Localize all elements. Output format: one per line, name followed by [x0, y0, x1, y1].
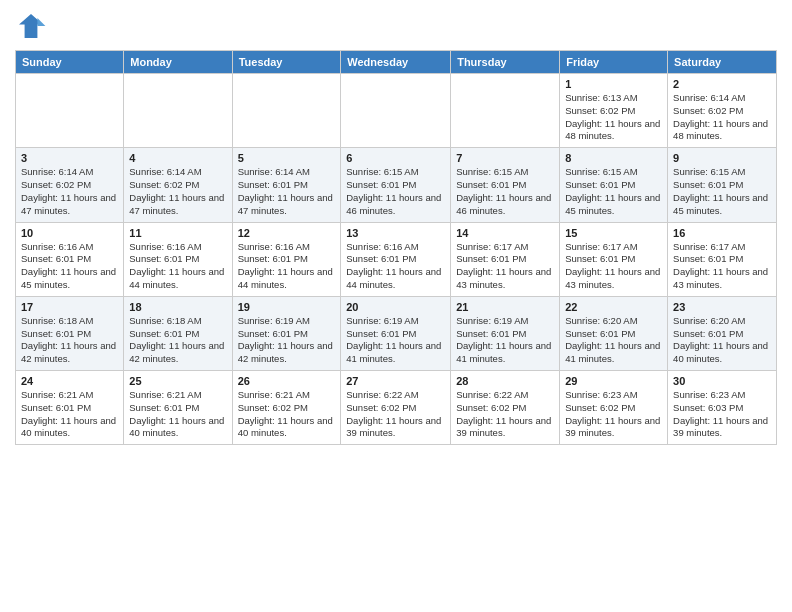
day-info: Sunrise: 6:16 AM Sunset: 6:01 PM Dayligh… — [346, 241, 445, 292]
calendar-cell: 2Sunrise: 6:14 AM Sunset: 6:02 PM Daylig… — [668, 74, 777, 148]
calendar-cell: 13Sunrise: 6:16 AM Sunset: 6:01 PM Dayli… — [341, 222, 451, 296]
logo — [15, 10, 51, 42]
calendar-cell: 4Sunrise: 6:14 AM Sunset: 6:02 PM Daylig… — [124, 148, 232, 222]
day-number: 4 — [129, 152, 226, 164]
day-number: 1 — [565, 78, 662, 90]
day-number: 28 — [456, 375, 554, 387]
calendar-cell: 30Sunrise: 6:23 AM Sunset: 6:03 PM Dayli… — [668, 371, 777, 445]
day-number: 7 — [456, 152, 554, 164]
col-header-friday: Friday — [560, 51, 668, 74]
calendar-cell: 18Sunrise: 6:18 AM Sunset: 6:01 PM Dayli… — [124, 296, 232, 370]
calendar: SundayMondayTuesdayWednesdayThursdayFrid… — [15, 50, 777, 445]
day-info: Sunrise: 6:18 AM Sunset: 6:01 PM Dayligh… — [129, 315, 226, 366]
day-number: 27 — [346, 375, 445, 387]
calendar-cell: 23Sunrise: 6:20 AM Sunset: 6:01 PM Dayli… — [668, 296, 777, 370]
day-info: Sunrise: 6:23 AM Sunset: 6:02 PM Dayligh… — [565, 389, 662, 440]
calendar-cell: 29Sunrise: 6:23 AM Sunset: 6:02 PM Dayli… — [560, 371, 668, 445]
calendar-cell — [341, 74, 451, 148]
day-number: 17 — [21, 301, 118, 313]
day-number: 8 — [565, 152, 662, 164]
calendar-cell: 6Sunrise: 6:15 AM Sunset: 6:01 PM Daylig… — [341, 148, 451, 222]
day-number: 29 — [565, 375, 662, 387]
day-number: 6 — [346, 152, 445, 164]
calendar-cell: 11Sunrise: 6:16 AM Sunset: 6:01 PM Dayli… — [124, 222, 232, 296]
header — [15, 10, 777, 42]
calendar-header-row: SundayMondayTuesdayWednesdayThursdayFrid… — [16, 51, 777, 74]
day-number: 15 — [565, 227, 662, 239]
calendar-cell: 17Sunrise: 6:18 AM Sunset: 6:01 PM Dayli… — [16, 296, 124, 370]
day-number: 26 — [238, 375, 336, 387]
day-info: Sunrise: 6:14 AM Sunset: 6:02 PM Dayligh… — [129, 166, 226, 217]
day-info: Sunrise: 6:14 AM Sunset: 6:02 PM Dayligh… — [21, 166, 118, 217]
day-number: 21 — [456, 301, 554, 313]
day-number: 2 — [673, 78, 771, 90]
calendar-cell: 1Sunrise: 6:13 AM Sunset: 6:02 PM Daylig… — [560, 74, 668, 148]
day-number: 22 — [565, 301, 662, 313]
day-number: 9 — [673, 152, 771, 164]
calendar-cell — [16, 74, 124, 148]
day-info: Sunrise: 6:20 AM Sunset: 6:01 PM Dayligh… — [673, 315, 771, 366]
col-header-sunday: Sunday — [16, 51, 124, 74]
calendar-week-5: 24Sunrise: 6:21 AM Sunset: 6:01 PM Dayli… — [16, 371, 777, 445]
day-info: Sunrise: 6:15 AM Sunset: 6:01 PM Dayligh… — [565, 166, 662, 217]
day-info: Sunrise: 6:14 AM Sunset: 6:01 PM Dayligh… — [238, 166, 336, 217]
calendar-week-1: 1Sunrise: 6:13 AM Sunset: 6:02 PM Daylig… — [16, 74, 777, 148]
calendar-cell: 3Sunrise: 6:14 AM Sunset: 6:02 PM Daylig… — [16, 148, 124, 222]
calendar-week-4: 17Sunrise: 6:18 AM Sunset: 6:01 PM Dayli… — [16, 296, 777, 370]
logo-icon — [15, 10, 47, 42]
day-number: 25 — [129, 375, 226, 387]
calendar-cell: 20Sunrise: 6:19 AM Sunset: 6:01 PM Dayli… — [341, 296, 451, 370]
day-number: 14 — [456, 227, 554, 239]
day-info: Sunrise: 6:21 AM Sunset: 6:01 PM Dayligh… — [21, 389, 118, 440]
calendar-cell: 19Sunrise: 6:19 AM Sunset: 6:01 PM Dayli… — [232, 296, 341, 370]
day-info: Sunrise: 6:15 AM Sunset: 6:01 PM Dayligh… — [346, 166, 445, 217]
day-number: 3 — [21, 152, 118, 164]
calendar-cell: 9Sunrise: 6:15 AM Sunset: 6:01 PM Daylig… — [668, 148, 777, 222]
day-info: Sunrise: 6:17 AM Sunset: 6:01 PM Dayligh… — [673, 241, 771, 292]
calendar-cell: 27Sunrise: 6:22 AM Sunset: 6:02 PM Dayli… — [341, 371, 451, 445]
day-number: 16 — [673, 227, 771, 239]
day-info: Sunrise: 6:15 AM Sunset: 6:01 PM Dayligh… — [456, 166, 554, 217]
col-header-wednesday: Wednesday — [341, 51, 451, 74]
calendar-cell: 28Sunrise: 6:22 AM Sunset: 6:02 PM Dayli… — [451, 371, 560, 445]
calendar-week-3: 10Sunrise: 6:16 AM Sunset: 6:01 PM Dayli… — [16, 222, 777, 296]
day-info: Sunrise: 6:22 AM Sunset: 6:02 PM Dayligh… — [456, 389, 554, 440]
calendar-cell: 8Sunrise: 6:15 AM Sunset: 6:01 PM Daylig… — [560, 148, 668, 222]
day-number: 30 — [673, 375, 771, 387]
day-number: 24 — [21, 375, 118, 387]
calendar-cell: 25Sunrise: 6:21 AM Sunset: 6:01 PM Dayli… — [124, 371, 232, 445]
day-info: Sunrise: 6:19 AM Sunset: 6:01 PM Dayligh… — [346, 315, 445, 366]
calendar-cell: 15Sunrise: 6:17 AM Sunset: 6:01 PM Dayli… — [560, 222, 668, 296]
day-number: 20 — [346, 301, 445, 313]
day-info: Sunrise: 6:17 AM Sunset: 6:01 PM Dayligh… — [456, 241, 554, 292]
calendar-cell: 16Sunrise: 6:17 AM Sunset: 6:01 PM Dayli… — [668, 222, 777, 296]
calendar-cell: 26Sunrise: 6:21 AM Sunset: 6:02 PM Dayli… — [232, 371, 341, 445]
day-number: 11 — [129, 227, 226, 239]
col-header-saturday: Saturday — [668, 51, 777, 74]
col-header-tuesday: Tuesday — [232, 51, 341, 74]
calendar-cell: 5Sunrise: 6:14 AM Sunset: 6:01 PM Daylig… — [232, 148, 341, 222]
day-number: 10 — [21, 227, 118, 239]
day-info: Sunrise: 6:16 AM Sunset: 6:01 PM Dayligh… — [238, 241, 336, 292]
calendar-cell: 10Sunrise: 6:16 AM Sunset: 6:01 PM Dayli… — [16, 222, 124, 296]
day-info: Sunrise: 6:23 AM Sunset: 6:03 PM Dayligh… — [673, 389, 771, 440]
day-info: Sunrise: 6:19 AM Sunset: 6:01 PM Dayligh… — [456, 315, 554, 366]
day-info: Sunrise: 6:18 AM Sunset: 6:01 PM Dayligh… — [21, 315, 118, 366]
day-info: Sunrise: 6:21 AM Sunset: 6:02 PM Dayligh… — [238, 389, 336, 440]
day-number: 18 — [129, 301, 226, 313]
calendar-cell: 12Sunrise: 6:16 AM Sunset: 6:01 PM Dayli… — [232, 222, 341, 296]
page: SundayMondayTuesdayWednesdayThursdayFrid… — [0, 0, 792, 612]
col-header-thursday: Thursday — [451, 51, 560, 74]
calendar-cell — [124, 74, 232, 148]
day-info: Sunrise: 6:19 AM Sunset: 6:01 PM Dayligh… — [238, 315, 336, 366]
day-info: Sunrise: 6:20 AM Sunset: 6:01 PM Dayligh… — [565, 315, 662, 366]
calendar-cell: 24Sunrise: 6:21 AM Sunset: 6:01 PM Dayli… — [16, 371, 124, 445]
day-number: 19 — [238, 301, 336, 313]
svg-marker-1 — [37, 18, 45, 26]
calendar-week-2: 3Sunrise: 6:14 AM Sunset: 6:02 PM Daylig… — [16, 148, 777, 222]
day-number: 23 — [673, 301, 771, 313]
calendar-cell — [232, 74, 341, 148]
col-header-monday: Monday — [124, 51, 232, 74]
day-info: Sunrise: 6:13 AM Sunset: 6:02 PM Dayligh… — [565, 92, 662, 143]
day-info: Sunrise: 6:16 AM Sunset: 6:01 PM Dayligh… — [129, 241, 226, 292]
